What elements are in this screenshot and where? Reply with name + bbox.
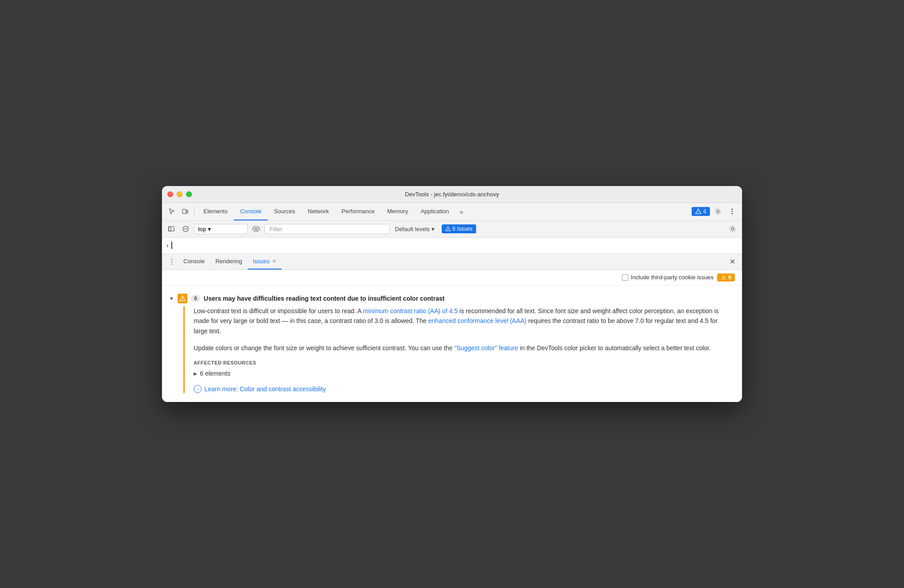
issue-content: Low-contrast text is difficult or imposs… [183,306,731,393]
minimize-button[interactable] [177,191,182,197]
issue-warning-icon: ! [178,294,187,303]
svg-point-6 [732,213,733,215]
issues-count-display: ! 6 [717,273,735,282]
tab-application[interactable]: Application [415,203,456,220]
tab-performance[interactable]: Performance [335,203,381,220]
bottom-tabs-more-button[interactable]: ⋮ [166,255,178,268]
issue-section: ▼ ! 6 Users may have difficulties readin… [162,286,742,402]
tab-sources[interactable]: Sources [268,203,302,220]
issue-count-badge: 6 [191,295,200,302]
svg-point-5 [732,211,733,212]
toolbar-right: ! 6 [692,205,738,218]
svg-text:!: ! [182,298,183,301]
elements-arrow-icon: ▶ [194,371,197,376]
toolbar-separator [194,207,195,216]
context-selector[interactable]: top ▾ [194,224,248,234]
cursor-icon-button[interactable] [166,205,178,218]
bottom-panel: ⋮ Console Rendering Issues ✕ ✕ Include t… [162,254,742,402]
svg-rect-1 [187,210,188,213]
console-toolbar: top ▾ Default levels ▾ ! 6 Issues [162,221,742,238]
issues-badge-button[interactable]: ! 6 [692,207,710,216]
learn-more-link[interactable]: → Learn more: Color and contrast accessi… [194,385,731,393]
svg-rect-8 [169,227,174,231]
filter-input[interactable] [265,224,390,234]
more-options-button[interactable] [726,205,738,218]
issues-panel: Include third-party cookie issues ! 6 ▼ [162,270,742,402]
bottom-tab-issues[interactable]: Issues ✕ [248,253,282,269]
link-contrast-ratio[interactable]: minimum contrast ratio (AA) of 4.5 [363,307,457,315]
learn-more-icon: → [194,385,202,393]
elements-toggle[interactable]: ▶ 6 elements [194,369,731,378]
nav-tabs: Elements Console Sources Network Perform… [197,203,691,220]
device-toggle-button[interactable] [179,205,191,218]
devtools-toolbar: Elements Console Sources Network Perform… [162,203,742,221]
devtools-window: DevTools - jec.fyi/demo/cds-anchovy Elem… [162,186,742,402]
close-button[interactable] [167,191,173,197]
issue-header[interactable]: ▼ ! 6 Users may have difficulties readin… [162,291,742,306]
tab-elements[interactable]: Elements [197,203,234,220]
link-suggest-color[interactable]: "Suggest color" feature [454,344,518,352]
affected-resources: AFFECTED RESOURCES ▶ 6 elements [194,360,731,378]
svg-point-13 [732,228,734,230]
sidebar-show-button[interactable] [166,223,177,235]
svg-point-3 [717,211,719,213]
issue-chevron-icon: ▼ [169,296,174,301]
affected-resources-label: AFFECTED RESOURCES [194,360,731,365]
tab-console[interactable]: Console [234,203,268,220]
svg-rect-7 [169,227,171,231]
more-tabs-button[interactable]: » [455,205,468,218]
levels-dropdown[interactable]: Default levels ▾ [392,224,437,234]
svg-text:!: ! [448,228,448,231]
window-title: DevTools - jec.fyi/demo/cds-anchovy [405,191,499,198]
svg-text:!: ! [698,211,699,214]
issues-tab-close[interactable]: ✕ [272,258,276,264]
console-prompt: › [166,242,169,249]
maximize-button[interactable] [186,191,192,197]
issue-title: Users may have difficulties reading text… [204,295,445,302]
bottom-tab-console[interactable]: Console [178,253,210,269]
panel-close-button[interactable]: ✕ [726,255,738,268]
tab-network[interactable]: Network [302,203,336,220]
bottom-tab-rendering[interactable]: Rendering [210,253,248,269]
svg-point-11 [255,228,257,230]
third-party-checkbox[interactable] [622,274,628,281]
third-party-checkbox-label[interactable]: Include third-party cookie issues [622,274,714,281]
settings-button[interactable] [712,205,724,218]
issues-scroll-container[interactable]: ▼ ! 6 Users may have difficulties readin… [162,286,742,402]
bottom-tabs: ⋮ Console Rendering Issues ✕ ✕ [162,254,742,270]
traffic-lights [167,191,192,197]
live-expressions-button[interactable] [250,223,262,235]
issues-count-badge[interactable]: ! 6 Issues [442,224,476,233]
svg-rect-0 [182,209,186,214]
console-input-area[interactable]: › [162,238,742,254]
link-enhanced-conformance[interactable]: enhanced conformance level (AAA) [428,317,527,324]
issue-description-p2: Update colors or change the font size or… [194,343,731,353]
svg-text:!: ! [723,276,724,280]
title-bar: DevTools - jec.fyi/demo/cds-anchovy [162,186,742,203]
console-cursor [171,242,172,249]
clear-button[interactable] [180,223,191,235]
issue-description-p1: Low-contrast text is difficult or imposs… [194,306,731,336]
svg-point-4 [732,209,733,210]
tab-memory[interactable]: Memory [381,203,415,220]
issues-options-bar: Include third-party cookie issues ! 6 [162,270,742,286]
console-settings-button[interactable] [727,223,738,235]
